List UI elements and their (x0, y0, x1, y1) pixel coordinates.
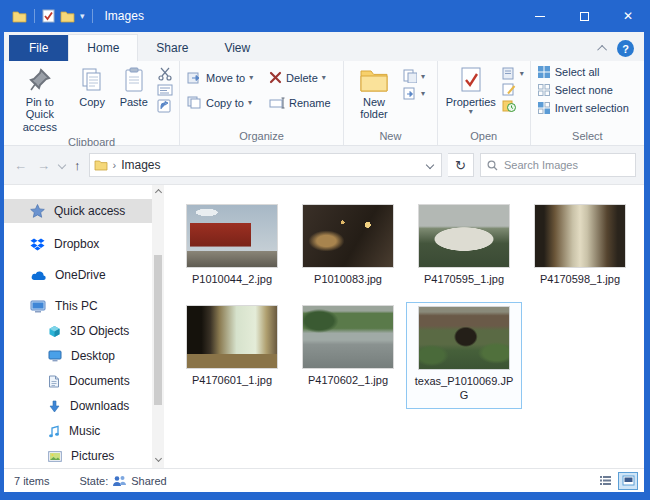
file-tile[interactable]: P4170601_1.jpg (174, 302, 290, 393)
scroll-up-icon (154, 189, 161, 196)
customize-qat-dropdown-icon[interactable]: ▾ (80, 11, 85, 21)
sidebar-label: OneDrive (55, 268, 106, 282)
onedrive-cloud-icon (30, 270, 46, 281)
maximize-button[interactable] (562, 0, 606, 32)
rename-button[interactable]: Rename (266, 94, 334, 111)
new-group-label: New (344, 129, 437, 145)
move-to-button[interactable]: Move to ▾ (184, 69, 266, 86)
details-view-icon (599, 475, 612, 486)
properties-icon (459, 67, 483, 93)
this-pc-icon (30, 300, 46, 313)
search-icon (487, 160, 498, 171)
scrollbar-thumb[interactable] (154, 255, 162, 405)
refresh-icon: ↻ (455, 158, 466, 173)
sidebar-label: This PC (55, 299, 98, 313)
properties-button[interactable]: Properties ▾ (442, 65, 500, 119)
new-item-button[interactable]: ▾ (402, 69, 425, 83)
sidebar-label: Quick access (54, 204, 125, 218)
search-input[interactable] (504, 159, 629, 171)
pin-to-quick-access-button[interactable]: Pin to Quick access (8, 65, 72, 135)
tab-view[interactable]: View (206, 35, 268, 61)
forward-button[interactable]: → (35, 158, 52, 173)
select-all-button[interactable]: Select all (535, 65, 602, 79)
copy-path-button[interactable] (157, 84, 173, 96)
invert-selection-button[interactable]: Invert selection (535, 101, 631, 115)
sidebar-label: Desktop (71, 349, 115, 363)
cut-button[interactable] (157, 67, 173, 81)
delete-icon (269, 71, 282, 84)
file-tile-selected[interactable]: texas_P1010069.JPG (406, 302, 522, 409)
paste-button[interactable]: Paste (112, 65, 155, 110)
copy-to-label: Copy to (206, 97, 244, 109)
open-button[interactable]: ▾ (502, 67, 524, 80)
dropdown-icon: ▾ (421, 72, 425, 81)
new-folder-icon (359, 67, 389, 93)
3d-objects-icon (48, 325, 61, 338)
file-thumbnail (303, 205, 393, 267)
search-box[interactable] (480, 153, 636, 177)
close-icon: ✕ (623, 10, 633, 22)
tab-share[interactable]: Share (138, 35, 206, 61)
file-tile[interactable]: P4170598_1.jpg (522, 201, 638, 292)
large-icons-view-button[interactable] (618, 472, 638, 490)
copy-to-icon (187, 96, 202, 109)
select-none-button[interactable]: Select none (535, 83, 615, 97)
copy-button[interactable]: Copy (72, 65, 113, 110)
sidebar-item-downloads[interactable]: Downloads (4, 394, 166, 418)
details-view-button[interactable] (595, 472, 615, 490)
recent-locations-dropdown-icon[interactable] (58, 161, 66, 169)
move-to-icon (187, 71, 202, 84)
up-button[interactable]: ↑ (72, 158, 83, 173)
share-state: State: Shared (79, 475, 166, 487)
address-bar[interactable]: › Images (89, 153, 443, 177)
minimize-ribbon-icon[interactable] (597, 45, 607, 55)
tab-file[interactable]: File (9, 35, 68, 61)
copy-to-button[interactable]: Copy to ▾ (184, 94, 266, 111)
shared-people-icon (112, 475, 127, 487)
new-folder-button[interactable]: New folder (348, 65, 400, 123)
folder-icon[interactable] (12, 10, 27, 23)
files-row-1: P1010044_2.jpg P1010083.jpg P4170595_1.j… (174, 201, 644, 292)
file-tile[interactable]: P1010044_2.jpg (174, 201, 290, 292)
sidebar-scrollbar[interactable] (152, 185, 164, 468)
quick-access-toolbar: ▾ (0, 9, 95, 23)
delete-label: Delete (286, 72, 318, 84)
delete-button[interactable]: Delete ▾ (266, 69, 329, 86)
sidebar-label: Downloads (70, 399, 129, 413)
sidebar-item-desktop[interactable]: Desktop (4, 344, 166, 368)
edit-button[interactable] (502, 83, 524, 96)
back-button[interactable]: ← (12, 158, 29, 173)
sidebar-item-pictures[interactable]: Pictures (4, 444, 166, 468)
file-name: P4170598_1.jpg (526, 272, 634, 286)
dropdown-icon: ▾ (469, 108, 473, 117)
minimize-button[interactable] (518, 0, 562, 32)
edit-icon (502, 83, 516, 96)
pictures-icon (48, 451, 62, 462)
select-none-icon (537, 83, 551, 97)
sidebar-item-music[interactable]: Music (4, 419, 166, 443)
sidebar-item-documents[interactable]: Documents (4, 369, 166, 393)
file-tile[interactable]: P4170602_1.jpg (290, 302, 406, 393)
close-button[interactable]: ✕ (606, 0, 650, 32)
file-tile[interactable]: P1010083.jpg (290, 201, 406, 292)
refresh-button[interactable]: ↻ (448, 153, 474, 177)
sidebar-item-quick-access[interactable]: Quick access (4, 199, 152, 223)
sidebar-item-dropbox[interactable]: Dropbox (4, 232, 166, 256)
history-button[interactable] (502, 99, 524, 112)
new-folder-qat-icon[interactable] (60, 10, 75, 23)
sidebar-item-3d-objects[interactable]: 3D Objects (4, 319, 166, 343)
paste-shortcut-button[interactable] (157, 99, 173, 113)
breadcrumb[interactable]: Images (121, 158, 160, 172)
address-dropdown-icon[interactable] (426, 161, 434, 169)
properties-qat-icon[interactable] (42, 9, 55, 23)
scroll-down-icon (154, 455, 161, 462)
divider (34, 9, 35, 23)
easy-access-button[interactable]: ▾ (402, 86, 425, 100)
tab-home[interactable]: Home (68, 34, 138, 61)
sidebar-item-this-pc[interactable]: This PC (4, 294, 166, 318)
help-icon[interactable]: ? (617, 40, 634, 57)
sidebar-label: Music (69, 424, 100, 438)
ribbon-group-open: Properties ▾ ▾ Open (438, 61, 531, 145)
sidebar-item-onedrive[interactable]: OneDrive (4, 263, 166, 287)
file-tile[interactable]: P4170595_1.jpg (406, 201, 522, 292)
